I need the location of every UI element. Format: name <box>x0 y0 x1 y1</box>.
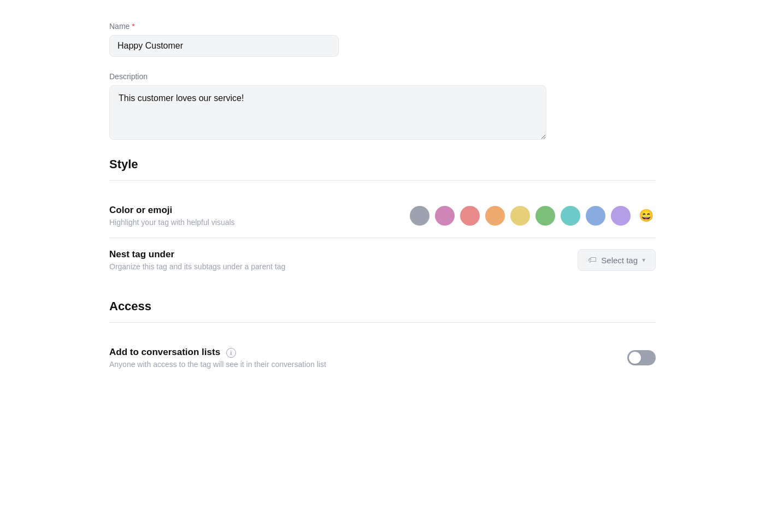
color-swatch-orange[interactable] <box>485 206 505 226</box>
tag-icon: 🏷 <box>588 255 597 265</box>
select-tag-label: Select tag <box>601 256 638 265</box>
conversation-lists-row: Add to conversation lists i Anyone with … <box>109 336 656 380</box>
toggle-slider <box>627 350 656 365</box>
description-input[interactable] <box>109 85 546 140</box>
form-container: Name * Description Style Color or emoji … <box>109 22 656 380</box>
info-icon[interactable]: i <box>226 348 236 358</box>
nest-tag-title: Nest tag under <box>109 249 578 260</box>
color-emoji-desc: Highlight your tag with helpful visuals <box>109 218 410 227</box>
description-label: Description <box>109 72 656 81</box>
required-indicator: * <box>132 22 134 31</box>
color-swatch-green[interactable] <box>536 206 555 226</box>
select-tag-button[interactable]: 🏷 Select tag ▾ <box>578 249 656 271</box>
chevron-down-icon: ▾ <box>642 256 645 264</box>
access-section: Access Add to conversation lists i Anyon… <box>109 299 656 380</box>
name-input[interactable] <box>109 35 339 57</box>
style-title: Style <box>109 157 656 172</box>
emoji-swatch[interactable]: 😄 <box>636 206 656 226</box>
style-divider <box>109 180 656 181</box>
color-swatch-purple[interactable] <box>611 206 631 226</box>
toggle-container <box>627 350 656 365</box>
name-label: Name * <box>109 22 656 31</box>
conversation-lists-title: Add to conversation lists i <box>109 347 627 358</box>
color-swatch-teal[interactable] <box>561 206 580 226</box>
color-swatches-container: 😄 <box>410 206 656 226</box>
description-label-text: Description <box>109 72 148 81</box>
description-field-group: Description <box>109 72 656 142</box>
color-emoji-title: Color or emoji <box>109 205 410 216</box>
name-label-text: Name <box>109 22 130 31</box>
conversation-lists-toggle[interactable] <box>627 350 656 365</box>
color-emoji-info: Color or emoji Highlight your tag with h… <box>109 205 410 227</box>
nest-tag-info: Nest tag under Organize this tag and its… <box>109 249 578 271</box>
color-swatch-gray[interactable] <box>410 206 429 226</box>
nest-tag-row: Nest tag under Organize this tag and its… <box>109 238 656 282</box>
color-swatch-red[interactable] <box>460 206 480 226</box>
name-field-group: Name * <box>109 22 656 57</box>
color-emoji-row: Color or emoji Highlight your tag with h… <box>109 194 656 238</box>
conversation-lists-title-text: Add to conversation lists <box>109 347 220 357</box>
nest-tag-desc: Organize this tag and its subtags under … <box>109 262 578 271</box>
color-swatch-yellow[interactable] <box>510 206 530 226</box>
conversation-lists-desc: Anyone with access to the tag will see i… <box>109 360 627 369</box>
access-title: Access <box>109 299 656 314</box>
color-swatch-pink[interactable] <box>435 206 455 226</box>
access-divider <box>109 322 656 323</box>
style-section: Style Color or emoji Highlight your tag … <box>109 157 656 282</box>
conversation-lists-info: Add to conversation lists i Anyone with … <box>109 347 627 369</box>
color-swatch-blue[interactable] <box>586 206 605 226</box>
